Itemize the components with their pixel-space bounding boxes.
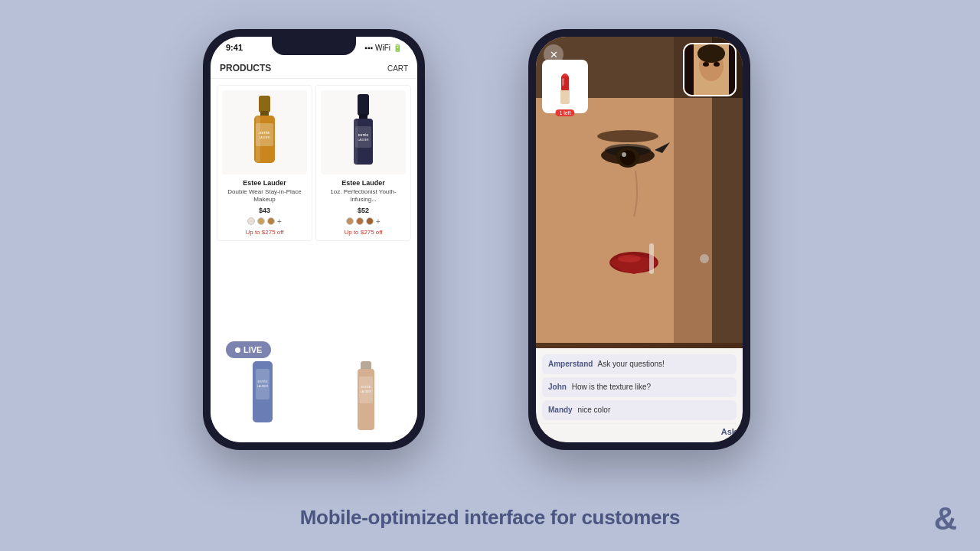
- svg-rect-6: [256, 116, 260, 162]
- swatch-plus-2[interactable]: +: [376, 217, 381, 226]
- product-image-2: ESTÉE LAUDER: [321, 90, 406, 174]
- svg-point-28: [620, 150, 635, 165]
- product-swatches-1: +: [222, 217, 307, 226]
- svg-rect-0: [259, 96, 270, 112]
- pip-camera: [683, 43, 737, 96]
- svg-rect-10: [355, 126, 371, 148]
- pip-camera-svg: [684, 44, 737, 96]
- left-phone-screen: 9:41 ▪▪▪ WiFi 🔋 PRODUCTS CART: [211, 37, 417, 442]
- svg-point-24: [597, 130, 658, 142]
- svg-point-45: [714, 62, 720, 67]
- svg-point-43: [697, 44, 725, 63]
- svg-point-31: [618, 255, 641, 262]
- swatch-1-2[interactable]: [257, 217, 265, 225]
- lipstick-svg: [554, 67, 576, 106]
- left-status-bar: 9:41 ▪▪▪ WiFi 🔋: [211, 37, 417, 58]
- svg-rect-40: [562, 78, 564, 86]
- product-grid: ESTÉE LAUDER Estee Lauder Double Wear St…: [211, 79, 417, 247]
- left-phone: 9:41 ▪▪▪ WiFi 🔋 PRODUCTS CART: [203, 29, 425, 450]
- left-status-icons: ▪▪▪ WiFi 🔋: [364, 44, 402, 52]
- left-notch: [272, 37, 356, 55]
- chat-message-1: Amperstand Ask your questions!: [542, 354, 737, 374]
- shop-header-products: PRODUCTS: [220, 63, 271, 73]
- swatch-2-2[interactable]: [356, 217, 364, 225]
- partial-product-right: ESTÉE LAUDER: [347, 361, 385, 430]
- chat-input-row: Ask: [542, 423, 737, 436]
- swatch-2-1[interactable]: [346, 217, 354, 225]
- swatch-2-3[interactable]: [366, 217, 374, 225]
- svg-text:LAUDER: LAUDER: [360, 390, 371, 393]
- swatch-1-3[interactable]: [267, 217, 275, 225]
- shop-header: PRODUCTS CART: [211, 58, 417, 79]
- chat-input[interactable]: [542, 428, 721, 436]
- product-name-1: Double Wear Stay-in-Place Makeup: [222, 188, 307, 204]
- svg-text:ESTÉE: ESTÉE: [257, 380, 267, 383]
- svg-text:ESTÉE: ESTÉE: [358, 133, 368, 137]
- swatch-1-1[interactable]: [247, 217, 255, 225]
- svg-point-29: [622, 152, 626, 157]
- svg-point-44: [703, 62, 709, 67]
- svg-text:LAUDER: LAUDER: [259, 136, 270, 139]
- product-discount-1: Up to $275 off: [222, 229, 307, 236]
- shop-header-cart: CART: [387, 64, 408, 73]
- chat-text-1: Ask your questions!: [598, 360, 665, 368]
- svg-rect-15: [256, 369, 270, 399]
- left-time: 9:41: [226, 43, 243, 52]
- product-brand-1: Estee Lauder: [222, 179, 307, 187]
- chat-text-3: nice color: [577, 406, 610, 414]
- swatch-plus-1[interactable]: +: [277, 217, 282, 226]
- product-card-2[interactable]: ESTÉE LAUDER Estee Lauder 1oz. Perfectio…: [315, 85, 411, 241]
- svg-rect-47: [729, 44, 737, 96]
- svg-text:ESTÉE: ESTÉE: [260, 131, 270, 135]
- live-label: LIVE: [243, 345, 262, 354]
- right-phone-screen: 9:41 ▪▪▪🔋: [536, 37, 743, 442]
- chat-username-2: John: [548, 383, 567, 391]
- chat-username-1: Amperstand: [548, 360, 593, 368]
- product-bottle-svg-1: ESTÉE LAUDER: [243, 94, 286, 171]
- live-badge[interactable]: LIVE: [226, 341, 271, 358]
- chat-message-3: Mandy nice color: [542, 400, 737, 420]
- product-discount-2: Up to $275 off: [321, 229, 406, 236]
- chat-username-3: Mandy: [548, 406, 573, 414]
- svg-rect-7: [358, 94, 369, 116]
- svg-rect-37: [560, 89, 570, 104]
- svg-rect-46: [684, 44, 694, 96]
- product-brand-2: Estee Lauder: [321, 179, 406, 187]
- product-swatches-2: +: [321, 217, 406, 226]
- product-card-1[interactable]: ESTÉE LAUDER Estee Lauder Double Wear St…: [217, 85, 312, 241]
- close-button[interactable]: ✕: [544, 44, 564, 64]
- product-image-1: ESTÉE LAUDER: [222, 90, 307, 174]
- chat-text-2: How is the texture like?: [572, 383, 651, 391]
- svg-text:LAUDER: LAUDER: [358, 139, 369, 142]
- chat-overlay: Amperstand Ask your questions! John How …: [536, 348, 743, 442]
- product-price-2: $52: [321, 207, 406, 214]
- product-pip[interactable]: 1 left: [542, 60, 588, 113]
- logo-ampersand: &: [934, 500, 957, 537]
- bottom-caption: Mobile-optimized interface for customers: [0, 506, 980, 530]
- product-price-1: $43: [222, 207, 307, 214]
- product-pip-badge: 1 left: [555, 109, 574, 116]
- ask-button[interactable]: Ask: [721, 427, 737, 436]
- product-bottle-svg-2: ESTÉE LAUDER: [342, 94, 384, 171]
- svg-rect-32: [649, 243, 654, 274]
- svg-text:LAUDER: LAUDER: [256, 385, 268, 388]
- svg-text:ESTÉE: ESTÉE: [361, 385, 371, 389]
- product-name-2: 1oz. Perfectionist Youth-Infusing...: [321, 188, 406, 204]
- chat-message-2: John How is the texture like?: [542, 377, 737, 397]
- partial-product-left: ESTÉE LAUDER: [243, 361, 282, 422]
- right-phone: 9:41 ▪▪▪🔋: [528, 29, 750, 450]
- live-dot: [235, 347, 240, 353]
- svg-rect-13: [354, 119, 358, 164]
